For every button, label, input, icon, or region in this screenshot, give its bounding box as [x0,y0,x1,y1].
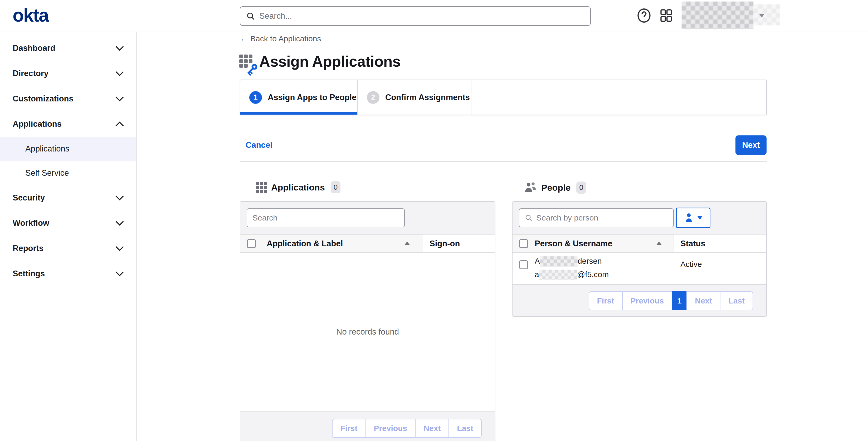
column-status[interactable]: Status [680,239,705,248]
people-pagination: First Previous 1 Next Last [589,291,753,310]
sidebar-item-label: Customizations [13,94,73,103]
pagination-last-button[interactable]: Last [448,419,482,438]
cancel-link[interactable]: Cancel [246,140,273,150]
chevron-down-icon [698,216,702,220]
applications-count-badge: 0 [331,181,340,193]
people-table-header: Person & Username Status [513,234,766,253]
tab-confirm-assignments[interactable]: 2 Confirm Assignments [357,80,471,115]
user-org-redacted [754,4,780,25]
user-menu-caret-icon[interactable] [759,14,765,18]
wizard-steps: 1 Assign Apps to People 2 Confirm Assign… [240,80,767,115]
sidebar-item-customizations[interactable]: Customizations [0,86,136,112]
pagination-last-button[interactable]: Last [720,291,753,310]
okta-logo[interactable]: okta [13,5,49,26]
applications-table-footer: First Previous Next Last [240,411,495,441]
sidebar-item-applications[interactable]: Applications [0,112,136,137]
applications-heading-label: Applications [271,182,325,193]
back-link-label: Back to Applications [250,34,321,43]
sidebar-item-directory[interactable]: Directory [0,61,136,86]
person-filter-icon [684,213,693,223]
applications-pagination: First Previous Next Last [332,419,482,438]
search-icon [246,11,255,21]
person-username-start: a [535,270,539,279]
chevron-down-icon [115,71,124,76]
person-row[interactable]: Adersen a@f5.com Active [513,253,766,285]
people-toolbar [513,202,766,234]
pagination-previous-button[interactable]: Previous [366,419,416,438]
people-section-heading: People 0 [524,181,586,194]
applications-search-input[interactable] [252,213,399,222]
app-switcher-button[interactable] [659,7,674,24]
section-divider [240,161,767,162]
select-all-people-checkbox[interactable] [519,239,528,248]
pagination-page-1-button[interactable]: 1 [672,291,687,310]
sidebar-subitem-self-service[interactable]: Self Service [0,161,136,185]
sidebar-item-label: Applications [13,119,62,129]
global-search-input[interactable] [259,11,585,21]
column-application-label[interactable]: Application & Label [267,239,343,248]
page-title: Assign Applications [259,53,401,70]
sort-ascending-icon[interactable] [656,242,662,245]
step-number-badge: 1 [249,91,262,104]
pagination-previous-button[interactable]: Previous [622,291,673,310]
pagination-first-button[interactable]: First [589,291,623,310]
okta-admin-console: okta Dashboard Directory Customizations [0,0,868,441]
column-sign-on[interactable]: Sign-on [430,239,460,248]
sort-ascending-icon[interactable] [404,242,410,245]
sidebar-subitem-label: Self Service [25,168,69,178]
pagination-first-button[interactable]: First [332,419,366,438]
page-title-row: Assign Applications [239,53,401,70]
people-icon [524,181,537,194]
sidebar-item-reports[interactable]: Reports [0,236,136,261]
applications-grid-icon [256,182,267,193]
sidebar-item-workflow[interactable]: Workflow [0,211,136,236]
applications-search[interactable] [247,209,405,227]
chevron-down-icon [115,220,124,226]
person-row-checkbox[interactable] [519,260,528,269]
person-name-end: dersen [578,257,602,265]
no-records-message: No records found [240,253,495,337]
chevron-up-icon [115,121,124,127]
sidebar-item-dashboard[interactable]: Dashboard [0,36,136,61]
help-button[interactable] [637,7,651,24]
next-button[interactable]: Next [736,135,767,155]
tab-assign-apps-to-people[interactable]: 1 Assign Apps to People [240,80,357,115]
applications-panel: Application & Label Sign-on No records f… [240,201,495,441]
people-heading-label: People [541,183,570,193]
applications-table-body: No records found [240,253,495,411]
sidebar-item-security[interactable]: Security [0,185,136,211]
people-filter-dropdown[interactable] [676,208,710,228]
sidebar-item-label: Security [13,193,45,202]
sidebar-item-settings[interactable]: Settings [0,261,136,286]
column-person-username[interactable]: Person & Username [535,239,612,248]
chevron-down-icon [115,271,124,276]
app-grid-icon [659,8,673,23]
sidebar-item-label: Reports [13,244,43,253]
applications-section-heading: Applications 0 [256,181,340,193]
people-search-input[interactable] [536,213,668,222]
people-search[interactable] [519,209,674,227]
user-name-redacted[interactable] [682,2,753,29]
sidebar-subitem-label: Applications [25,144,69,154]
applications-toolbar [240,202,495,234]
search-icon [525,214,532,222]
person-username-redacted [539,270,577,280]
global-search[interactable] [240,6,591,26]
chevron-down-icon [115,246,124,251]
sidebar-item-label: Workflow [13,218,49,228]
pagination-next-button[interactable]: Next [686,291,720,310]
top-bar: okta [0,0,868,32]
select-all-applications-checkbox[interactable] [247,239,256,248]
sidebar: Dashboard Directory Customizations Appli… [0,32,137,441]
person-name-redacted [540,256,578,266]
person-name-start: A [535,257,540,265]
help-icon [637,8,651,24]
person-status: Active [680,260,702,269]
sidebar-item-label: Dashboard [13,43,55,53]
back-to-applications-link[interactable]: ← Back to Applications [240,34,321,43]
sidebar-subitem-applications[interactable]: Applications [0,137,136,161]
sidebar-item-label: Directory [13,69,49,78]
pagination-next-button[interactable]: Next [415,419,449,438]
step-label: Confirm Assignments [385,93,470,102]
people-count-badge: 0 [576,182,586,194]
